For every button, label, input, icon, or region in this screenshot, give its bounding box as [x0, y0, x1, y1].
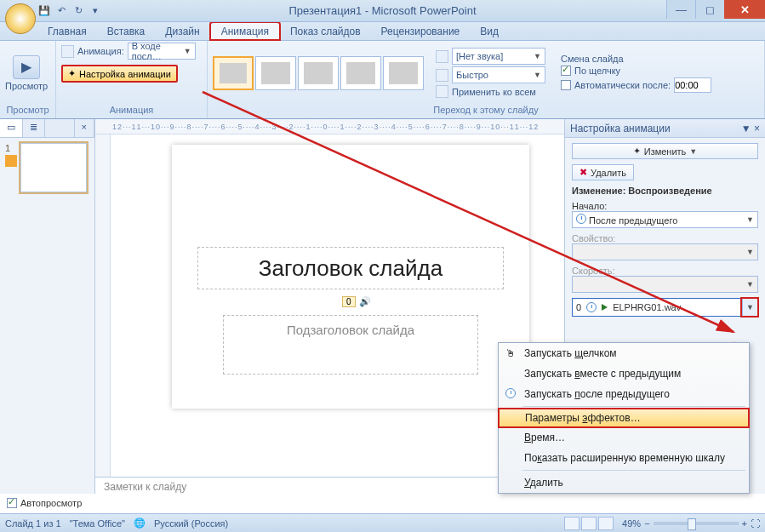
- ctx-remove[interactable]: Удалить: [499, 472, 749, 493]
- view-normal[interactable]: [564, 517, 579, 530]
- notes-pane[interactable]: Заметки к слайду: [95, 477, 564, 497]
- transition-item[interactable]: [383, 56, 424, 90]
- tab-review[interactable]: Рецензирование: [371, 23, 471, 40]
- save-icon[interactable]: 💾: [37, 4, 51, 18]
- preview-icon: ▶: [13, 55, 40, 79]
- slide[interactable]: Заголовок слайда 0 🔊 Подзаголовок слайда: [172, 145, 529, 409]
- ruler-horizontal: 12···11···10···9····8····7····6····5····…: [95, 119, 564, 134]
- autopreview-checkbox[interactable]: [7, 498, 17, 508]
- group-transition: [Нет звука]▼ Быстро▼ Применить ко всем С…: [208, 41, 765, 118]
- window-controls: — ◻ ✕: [666, 0, 765, 19]
- window-title: Презентация1 - Microsoft PowerPoint: [288, 4, 476, 17]
- transition-sound-select[interactable]: [Нет звука]▼: [452, 48, 545, 65]
- ctx-effect-options[interactable]: Параметры эффектов…: [498, 408, 750, 428]
- speed-icon: [436, 69, 448, 82]
- tab-view[interactable]: Вид: [470, 23, 509, 40]
- view-slideshow[interactable]: [598, 517, 614, 530]
- lang-icon: 🌐: [134, 518, 146, 529]
- change-effect-button[interactable]: ✦ Изменить ▼: [572, 143, 758, 159]
- effect-name: ELPHRG01.wav: [613, 302, 681, 312]
- effect-index: 0: [576, 302, 581, 312]
- pane-tab-outline[interactable]: ≣: [23, 119, 45, 137]
- custom-animation-button[interactable]: ✦ Настройка анимации: [61, 65, 178, 83]
- transition-none[interactable]: [213, 56, 254, 90]
- group-preview: ▶ Просмотр Просмотр: [0, 41, 56, 118]
- ctx-start-after[interactable]: Запускать после предыдущего: [499, 384, 749, 404]
- auto-after-time[interactable]: [674, 77, 711, 93]
- minimize-button[interactable]: —: [666, 0, 695, 19]
- delete-icon: ✖: [579, 167, 587, 178]
- delete-effect-button[interactable]: ✖ Удалить: [572, 164, 634, 180]
- status-language[interactable]: Русский (Россия): [154, 518, 228, 529]
- ctx-start-with[interactable]: Запускать вместе с предыдущим: [499, 363, 749, 384]
- effect-list-item[interactable]: 0 ELPHRG01.wav ▼: [572, 298, 758, 317]
- zoom-slider[interactable]: [654, 522, 739, 525]
- apply-all-icon: [436, 85, 448, 98]
- taskpane-dropdown-icon[interactable]: ▼: [741, 123, 751, 134]
- tab-home[interactable]: Главная: [37, 23, 97, 40]
- view-sorter[interactable]: [581, 517, 597, 530]
- status-bar: Слайд 1 из 1 "Тема Office" 🌐 Русский (Ро…: [0, 513, 765, 532]
- qat-dropdown-icon[interactable]: ▾: [88, 4, 102, 18]
- start-value: После предыдущего: [589, 215, 677, 226]
- custom-animation-icon: ✦: [68, 68, 76, 79]
- transition-speed-select[interactable]: Быстро▼: [452, 66, 545, 83]
- play-icon: [602, 304, 608, 311]
- modify-heading: Изменение: Воспроизведение: [572, 186, 758, 196]
- undo-icon[interactable]: ↶: [54, 4, 68, 18]
- redo-icon[interactable]: ↻: [71, 4, 85, 18]
- custom-animation-label: Настройка анимации: [79, 69, 171, 79]
- tab-design[interactable]: Дизайн: [155, 23, 209, 40]
- ctx-timing[interactable]: Время…: [499, 427, 749, 448]
- mouse-icon: 🖱: [502, 347, 519, 359]
- sound-icon: [436, 50, 448, 63]
- slide-thumbnail[interactable]: [20, 143, 87, 192]
- tab-insert[interactable]: Вставка: [97, 23, 156, 40]
- thumbnail-item[interactable]: 1: [0, 138, 94, 197]
- apply-all-button[interactable]: Применить ко всем: [436, 85, 545, 98]
- view-buttons: [564, 517, 614, 530]
- start-label: Начало:: [572, 201, 758, 211]
- ruler-vertical: [95, 134, 111, 494]
- pane-tab-slides[interactable]: ▭: [0, 119, 23, 137]
- pane-close-icon[interactable]: ×: [75, 119, 94, 137]
- zoom-out-icon[interactable]: −: [644, 518, 649, 529]
- subtitle-placeholder[interactable]: Подзаголовок слайда: [223, 315, 478, 375]
- on-click-checkbox[interactable]: [561, 66, 571, 76]
- animate-select[interactable]: В ходе посл…▼: [128, 43, 196, 60]
- autopreview-label: Автопросмотр: [20, 498, 82, 508]
- speed-value: Быстро: [456, 70, 488, 80]
- on-click-label: По щелчку: [574, 66, 620, 76]
- clock-icon: [576, 214, 586, 224]
- transition-item[interactable]: [298, 56, 339, 90]
- transition-gallery[interactable]: [213, 56, 424, 90]
- ribbon: ▶ Просмотр Просмотр Анимация: В ходе пос…: [0, 41, 765, 119]
- ctx-start-click[interactable]: 🖱Запускать щелчком: [499, 343, 749, 363]
- taskpane-close-icon[interactable]: ×: [754, 123, 760, 134]
- fit-icon[interactable]: ⛶: [751, 518, 760, 529]
- title-placeholder[interactable]: Заголовок слайда: [197, 247, 504, 289]
- ctx-show-timeline[interactable]: Показать расширенную временную шкалу: [499, 448, 749, 468]
- dropdown-icon: ▼: [689, 147, 697, 156]
- transition-item[interactable]: [340, 56, 381, 90]
- zoom-value[interactable]: 49%: [622, 518, 641, 529]
- maximize-button[interactable]: ◻: [695, 0, 724, 19]
- zoom-in-icon[interactable]: +: [742, 518, 747, 529]
- effect-dropdown-button[interactable]: ▼: [742, 299, 757, 316]
- ribbon-tabs: Главная Вставка Дизайн Анимация Показ сл…: [0, 22, 765, 41]
- slide-title-text: Заголовок слайда: [259, 255, 442, 282]
- taskpane-header: Настройка анимации ▼ ×: [565, 119, 765, 138]
- auto-after-checkbox[interactable]: [561, 80, 571, 90]
- slides-pane: ▭ ≣ × 1: [0, 119, 95, 494]
- group-animation-label: Анимация: [61, 103, 202, 117]
- transition-item[interactable]: [255, 56, 296, 90]
- tab-slideshow[interactable]: Показ слайдов: [280, 23, 371, 40]
- status-theme: "Тема Office": [70, 518, 125, 529]
- animation-index-badge: 0 🔊: [342, 296, 371, 307]
- office-button[interactable]: [5, 3, 36, 34]
- close-button[interactable]: ✕: [724, 0, 765, 19]
- preview-button[interactable]: ▶ Просмотр: [5, 55, 48, 91]
- animation-badge-icon: [5, 155, 17, 167]
- start-select[interactable]: После предыдущего ▼: [572, 211, 758, 228]
- tab-animation[interactable]: Анимация: [210, 22, 280, 40]
